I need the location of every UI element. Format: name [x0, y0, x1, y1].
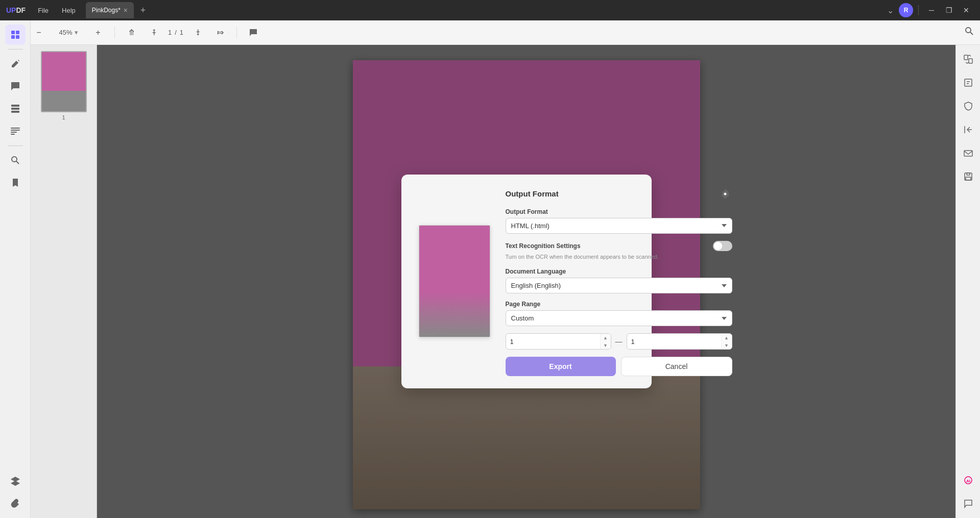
right-icon-ai[interactable]: AI: [958, 470, 978, 490]
right-icon-ocr[interactable]: [958, 72, 978, 93]
sidebar-icon-thumbnail[interactable]: [5, 24, 26, 45]
svg-point-13: [966, 28, 971, 33]
pdf-canvas: Output Format Output Format HTML (.html): [97, 45, 955, 518]
svg-rect-2: [11, 35, 15, 39]
toolbar: − 45% ▾ + ⤊ ⤉ 1 / 1 ⤈ ⤇: [31, 20, 980, 45]
ocr-label: Text Recognition Settings: [506, 242, 581, 250]
svg-rect-3: [16, 35, 19, 39]
sidebar-separator-2: [8, 145, 23, 146]
page-range-label: Page Range: [506, 301, 732, 308]
sidebar-icon-bookmark[interactable]: [5, 172, 26, 193]
sidebar-icon-organize[interactable]: [5, 98, 26, 119]
tab-bar: PinkDogs* × +: [86, 2, 884, 18]
settings-button[interactable]: [718, 187, 732, 201]
right-icon-email[interactable]: [958, 143, 978, 163]
zoom-in-button[interactable]: +: [90, 24, 106, 41]
ocr-section: Text Recognition Settings Turn on the OC…: [506, 241, 732, 261]
page-range-inputs: ▲ ▼ — ▲ ▼: [506, 333, 732, 350]
modal-header: Output Format: [506, 187, 732, 201]
zoom-dropdown-icon[interactable]: ▾: [75, 29, 78, 36]
right-sidebar: AI: [955, 45, 980, 518]
doc-lang-label: Document Language: [506, 268, 732, 275]
sidebar-icon-comment[interactable]: [5, 76, 26, 96]
thumbnail-pink-area: [42, 52, 86, 91]
right-icon-convert[interactable]: [958, 49, 978, 69]
page-to-input[interactable]: [627, 334, 721, 349]
nav-next-button[interactable]: ⤈: [189, 24, 206, 41]
svg-point-11: [12, 157, 17, 162]
comment-button[interactable]: [245, 24, 261, 41]
svg-rect-9: [11, 132, 17, 133]
svg-rect-17: [969, 59, 972, 63]
zoom-out-button[interactable]: −: [31, 24, 47, 41]
export-dialog: Output Format Output Format HTML (.html): [401, 175, 652, 388]
thumbnail-page-1[interactable]: 1: [41, 51, 87, 120]
right-icon-protect[interactable]: [958, 96, 978, 116]
svg-rect-8: [11, 130, 20, 131]
page-range-group: Page Range All Pages Custom Odd Pages Ev…: [506, 301, 732, 326]
new-tab-button[interactable]: +: [136, 3, 150, 17]
output-format-group: Output Format HTML (.html) Word (.docx) …: [506, 208, 732, 234]
doc-lang-select[interactable]: English (English) French (Français) Germ…: [506, 278, 732, 293]
thumbnail-img: [41, 51, 87, 112]
menu-file[interactable]: File: [32, 5, 55, 16]
nav-prev-button[interactable]: ⤉: [146, 24, 162, 41]
cancel-button[interactable]: Cancel: [621, 357, 732, 376]
svg-rect-5: [11, 108, 19, 110]
modal-title: Output Format: [506, 189, 559, 198]
right-icon-share[interactable]: [958, 119, 978, 140]
sidebar-separator-1: [8, 49, 23, 50]
sidebar-icon-search[interactable]: [5, 150, 26, 170]
window-controls: ⌄ R ─ ❐ ✕: [884, 3, 980, 17]
nav-last-button[interactable]: ⤇: [212, 24, 228, 41]
menu-help[interactable]: Help: [56, 5, 82, 16]
to-spinner-up[interactable]: ▲: [722, 334, 732, 341]
separator: [918, 5, 919, 15]
to-spinner-down[interactable]: ▼: [722, 341, 732, 349]
toolbar-separator-1: [114, 27, 115, 39]
page-to-box: ▲ ▼: [627, 333, 732, 350]
svg-rect-1: [16, 31, 19, 34]
svg-rect-7: [11, 128, 20, 129]
preview-image: [419, 225, 490, 337]
minimize-button[interactable]: ─: [924, 3, 939, 17]
window-dropdown[interactable]: ⌄: [884, 6, 897, 15]
page-from-box: ▲ ▼: [506, 333, 611, 350]
svg-rect-21: [964, 151, 972, 156]
ocr-toggle[interactable]: [713, 241, 732, 251]
to-spinners: ▲ ▼: [721, 334, 732, 349]
search-button[interactable]: [965, 27, 974, 38]
sidebar-icon-attachments[interactable]: [5, 494, 26, 514]
sidebar-icon-edit[interactable]: [5, 54, 26, 74]
tab-pinkdogs[interactable]: PinkDogs* ×: [86, 2, 134, 18]
nav-first-button[interactable]: ⤊: [123, 24, 139, 41]
close-button[interactable]: ✕: [959, 3, 974, 17]
app-logo: UPDF: [0, 6, 32, 14]
export-button[interactable]: Export: [506, 357, 616, 376]
page-display: 1 / 1: [168, 29, 183, 36]
left-sidebar: [0, 20, 31, 518]
thumbnail-dogs-area: [42, 91, 86, 111]
title-bar: UPDF File Help PinkDogs* × + ⌄ R ─ ❐ ✕: [0, 0, 980, 20]
page-from-input[interactable]: [506, 334, 600, 349]
page-range-select[interactable]: All Pages Custom Odd Pages Even Pages: [506, 310, 732, 326]
sidebar-icon-layers[interactable]: [5, 471, 26, 491]
from-spinner-up[interactable]: ▲: [601, 334, 611, 341]
right-icon-save[interactable]: [958, 166, 978, 187]
svg-rect-4: [11, 105, 19, 107]
thumbnail-label: 1: [62, 114, 65, 120]
user-avatar[interactable]: R: [899, 3, 913, 17]
from-spinners: ▲ ▼: [600, 334, 611, 349]
right-icon-feedback[interactable]: [958, 494, 978, 514]
format-label: Output Format: [506, 208, 732, 215]
modal-actions: Export Cancel: [506, 357, 732, 376]
format-select[interactable]: HTML (.html) Word (.docx) Excel (.xlsx) …: [506, 218, 732, 234]
main-area: 1: [31, 45, 980, 518]
maximize-button[interactable]: ❐: [941, 3, 957, 17]
svg-rect-6: [11, 111, 19, 113]
tab-close-btn[interactable]: ×: [124, 7, 128, 14]
sidebar-icon-reorder[interactable]: [5, 121, 26, 141]
from-spinner-down[interactable]: ▼: [601, 341, 611, 349]
svg-line-12: [16, 161, 19, 164]
toggle-knob: [714, 242, 722, 250]
